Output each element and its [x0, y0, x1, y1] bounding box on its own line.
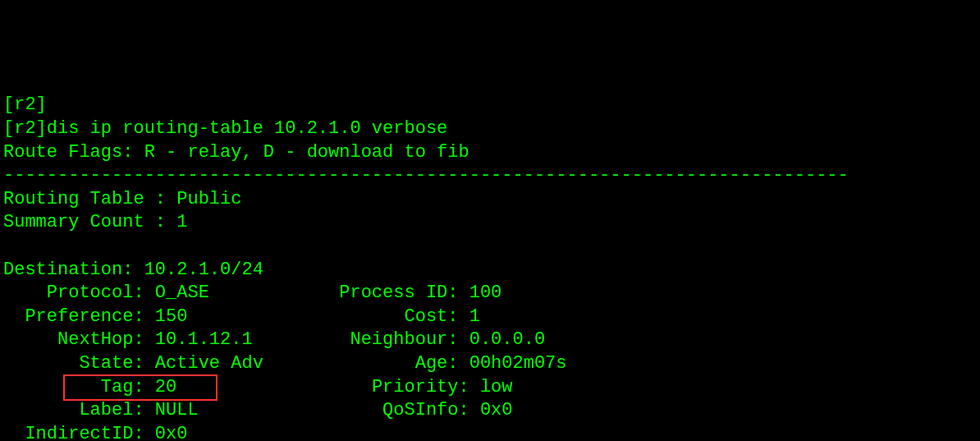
- row-state: State: Active Adv Age: 00h02m07s: [3, 352, 977, 376]
- row-nexthop: NextHop: 10.1.12.1 Neighbour: 0.0.0.0: [3, 328, 977, 352]
- terminal-output[interactable]: [r2][r2]dis ip routing-table 10.2.1.0 ve…: [0, 94, 980, 441]
- tag-highlight: Tag: 20: [63, 374, 218, 402]
- row-tag: Tag: 20 Priority: low: [3, 376, 977, 400]
- destination-line: Destination: 10.2.1.0/24: [3, 259, 977, 283]
- separator-line: ----------------------------------------…: [3, 164, 977, 188]
- row-protocol: Protocol: O_ASE Process ID: 100: [3, 282, 977, 305]
- row-preference: Preference: 150 Cost: 1: [3, 305, 977, 329]
- prev-prompt: [r2]: [3, 94, 977, 117]
- blank-line: [3, 235, 977, 259]
- routing-table-line: Routing Table : Public: [3, 188, 977, 212]
- row-indirectid: IndirectID: 0x0: [3, 423, 977, 441]
- flags-line: Route Flags: R - relay, D - download to …: [3, 141, 977, 165]
- command-line: [r2]dis ip routing-table 10.2.1.0 verbos…: [3, 117, 977, 141]
- summary-count-line: Summary Count : 1: [3, 211, 977, 235]
- row-label: Label: NULL QoSInfo: 0x0: [3, 399, 977, 423]
